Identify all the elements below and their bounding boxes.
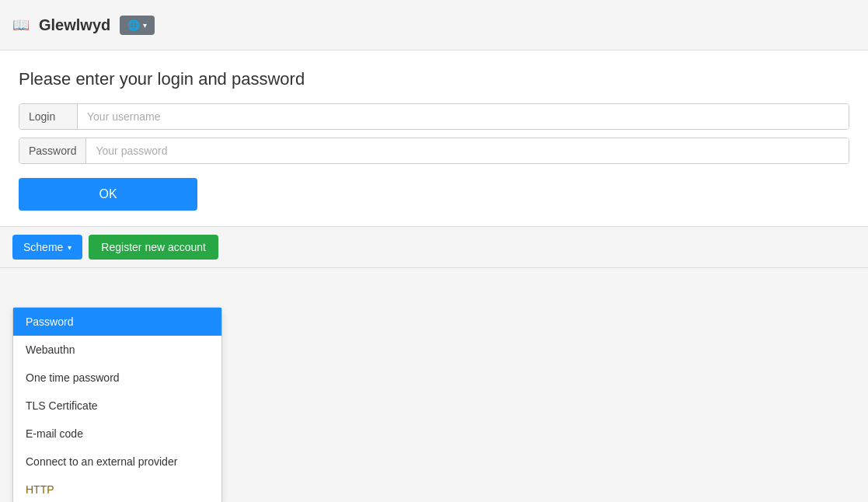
- header: 📖 Glewlwyd 🌐 ▾: [0, 0, 868, 51]
- dropdown-item[interactable]: One time password: [13, 364, 221, 392]
- username-label: Login: [19, 104, 78, 129]
- password-input[interactable]: [86, 138, 849, 163]
- scheme-dropdown: PasswordWebauthnOne time passwordTLS Cer…: [12, 307, 222, 502]
- dropdown-item[interactable]: Password: [13, 308, 221, 336]
- password-label: Password: [19, 138, 86, 163]
- dropdown-item[interactable]: HTTP: [13, 476, 221, 502]
- username-input[interactable]: [78, 104, 849, 129]
- dropdown-item[interactable]: TLS Certificate: [13, 392, 221, 420]
- app-title: Glewlwyd: [39, 16, 110, 34]
- footer-bar: Scheme ▾ Register new account: [0, 227, 868, 268]
- register-button[interactable]: Register new account: [89, 235, 218, 260]
- ok-button[interactable]: OK: [19, 178, 197, 211]
- page-title: Please enter your login and password: [19, 69, 849, 89]
- password-input-group: Password: [19, 138, 849, 164]
- language-icon: 🌐: [127, 19, 140, 31]
- logo-icon: 📖: [12, 16, 30, 33]
- scheme-button-label: Scheme: [23, 241, 63, 253]
- dropdown-item[interactable]: Connect to an external provider: [13, 448, 221, 476]
- scheme-caret-icon: ▾: [68, 243, 71, 252]
- dropdown-item[interactable]: Webauthn: [13, 336, 221, 364]
- login-form-container: Please enter your login and password Log…: [0, 51, 868, 227]
- lang-caret-icon: ▾: [143, 21, 147, 30]
- dropdown-item[interactable]: E-mail code: [13, 420, 221, 448]
- scheme-button[interactable]: Scheme ▾: [12, 235, 82, 260]
- language-button[interactable]: 🌐 ▾: [120, 16, 155, 35]
- username-input-group: Login: [19, 103, 849, 130]
